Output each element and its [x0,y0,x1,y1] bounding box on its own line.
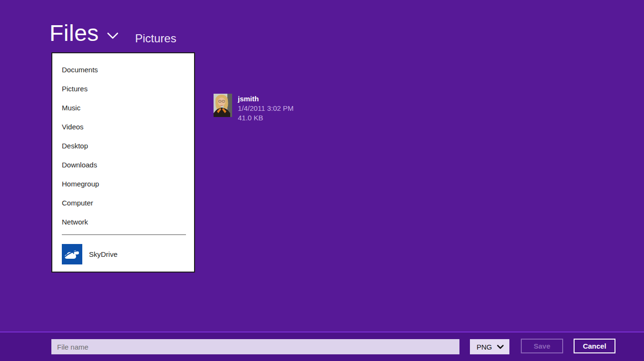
app-title[interactable]: Files [49,20,99,47]
menu-item-label: SkyDrive [89,250,117,258]
file-thumbnail [214,94,232,117]
menu-item-computer[interactable]: Computer [52,194,194,213]
menu-item-documents[interactable]: Documents [52,60,194,79]
chevron-down-icon [497,345,504,349]
file-name-input[interactable] [51,339,459,354]
menu-separator [62,234,186,235]
menu-item-desktop[interactable]: Desktop [52,137,194,156]
file-tile[interactable]: jsmith 1/4/2011 3:02 PM 41.0 KB [214,94,293,123]
file-format-value: PNG [477,343,492,351]
menu-item-downloads[interactable]: Downloads [52,156,194,175]
file-date: 1/4/2011 3:02 PM [238,104,293,113]
file-name: jsmith [238,94,293,104]
save-button[interactable]: Save [521,339,563,353]
file-size: 41.0 KB [238,113,293,123]
menu-item-music[interactable]: Music [52,98,194,117]
file-format-dropdown[interactable]: PNG [470,339,509,354]
menu-item-videos[interactable]: Videos [52,117,194,137]
menu-item-pictures[interactable]: Pictures [52,79,194,98]
menu-item-skydrive[interactable]: SkyDrive [62,244,117,264]
cancel-button[interactable]: Cancel [574,339,615,353]
menu-item-homegroup[interactable]: Homegroup [52,175,194,194]
chevron-down-icon[interactable] [107,32,118,39]
file-picker: Files Pictures Documents Pictures Music … [0,0,644,361]
location-menu: Documents Pictures Music Videos Desktop … [51,52,195,273]
menu-item-network[interactable]: Network [52,213,194,232]
current-location: Pictures [135,31,176,46]
skydrive-icon [62,244,82,264]
